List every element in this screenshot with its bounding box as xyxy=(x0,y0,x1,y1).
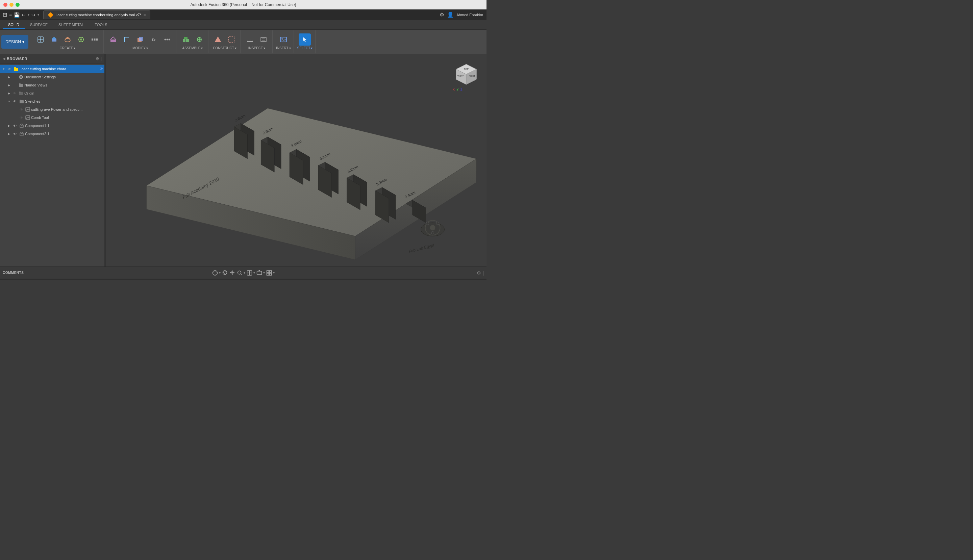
extrude-icon[interactable] xyxy=(48,33,60,46)
fillet-icon[interactable] xyxy=(120,33,133,46)
title-bar: Autodesk Fusion 360 (Personal – Not for … xyxy=(0,0,486,10)
svg-rect-11 xyxy=(110,40,116,42)
tree-item-sketch2[interactable]: 👁 Comb Tool xyxy=(0,113,104,122)
maximize-button[interactable] xyxy=(15,3,20,7)
tree-eye-doc xyxy=(12,74,17,80)
assemble-label[interactable]: ASSEMBLE ▾ xyxy=(182,46,203,50)
close-button[interactable] xyxy=(3,3,7,7)
modify-icons: fx xyxy=(107,33,173,46)
minimize-button[interactable] xyxy=(10,3,13,7)
bottom-settings-icon[interactable]: ⚙ xyxy=(477,270,481,276)
tab-solid[interactable]: SOLID xyxy=(3,21,25,29)
viewport[interactable]: TOP RIGHT FRONT X Y Z xyxy=(106,54,486,267)
redo-icon[interactable]: ↪ xyxy=(32,12,35,18)
profile-icon[interactable]: ⚙ xyxy=(439,12,444,18)
undo-icon[interactable]: ↩ xyxy=(22,12,26,18)
tab-sheet-metal[interactable]: SHEET METAL xyxy=(53,21,89,29)
tree-item-root[interactable]: ▼ 👁 Laser cutting machine chara.... ⟳ xyxy=(0,65,104,73)
svg-point-91 xyxy=(426,222,429,225)
view-options-icon[interactable]: ▾ xyxy=(247,270,255,276)
select-dropdown: ▾ xyxy=(311,46,312,50)
inspect-icons xyxy=(244,33,270,46)
construct-icon2[interactable] xyxy=(225,33,237,46)
active-tab[interactable]: 🔶 Laser cutting machine charhersting ana… xyxy=(43,10,150,19)
tree-eye-comp1[interactable]: 👁 xyxy=(12,123,18,128)
assemble-icon2[interactable] xyxy=(193,33,205,46)
tree-item-named-views[interactable]: ▶ Named Views xyxy=(0,81,104,89)
app-menu-icon[interactable]: ⊞ xyxy=(3,12,7,18)
svg-point-16 xyxy=(169,39,170,40)
save-icon[interactable]: 💾 xyxy=(14,12,20,18)
revolve-icon[interactable] xyxy=(62,33,73,46)
sidebar-header: ◀ BROWSER ⚙ | xyxy=(0,54,104,63)
tree-sketch-icon1 xyxy=(25,107,30,112)
tree-eye-comp2[interactable]: 👁 xyxy=(12,131,18,137)
tree-arrow-sketches[interactable]: ▼ xyxy=(7,99,12,104)
sidebar-collapse-icon[interactable]: ◀ xyxy=(3,57,5,60)
combine-icon[interactable] xyxy=(134,33,146,46)
nav-icon[interactable]: ▾ xyxy=(212,270,220,276)
inspect-icon2[interactable] xyxy=(257,33,270,46)
tab-surface[interactable]: SURFACE xyxy=(25,21,53,29)
inspect-section: INSPECT ▾ xyxy=(241,30,273,53)
tree-arrow-comp2[interactable]: ▶ xyxy=(7,132,12,136)
assemble-icons xyxy=(180,33,205,46)
modify-label[interactable]: MODIFY ▾ xyxy=(132,46,148,50)
tree-item-doc-settings[interactable]: ▶ Document Settings xyxy=(0,73,104,81)
tree-item-comp2[interactable]: ▶ 👁 Component2:1 xyxy=(0,130,104,138)
tree-refresh-root[interactable]: ⟳ xyxy=(100,67,103,71)
select-icon[interactable] xyxy=(299,33,311,46)
insert-image-icon[interactable] xyxy=(277,33,290,46)
fx-icon[interactable]: fx xyxy=(148,33,160,46)
select-label[interactable]: SELECT ▾ xyxy=(297,46,313,50)
insert-icons xyxy=(277,33,290,46)
tree-item-sketches[interactable]: ▼ 👁 Sketches xyxy=(0,97,104,105)
tree-label-s1: cutEngrave Power and specc... xyxy=(31,107,82,112)
measure-icon[interactable] xyxy=(244,33,256,46)
sidebar-pin-icon[interactable]: | xyxy=(101,57,102,61)
user-avatar[interactable]: 👤 xyxy=(447,12,454,18)
tab-close-button[interactable]: ✕ xyxy=(143,13,146,17)
tree-arrow-root[interactable]: ▼ xyxy=(2,67,6,71)
tree-arrow-comp1[interactable]: ▶ xyxy=(7,123,12,128)
assemble-icon1[interactable] xyxy=(180,33,192,46)
orbit-icon[interactable] xyxy=(222,270,228,276)
create-more-icon[interactable] xyxy=(88,33,101,46)
pan-icon[interactable] xyxy=(229,270,235,276)
construct-label[interactable]: CONSTRUCT ▾ xyxy=(213,46,237,50)
tree-eye-named xyxy=(12,82,17,88)
sweep-icon[interactable] xyxy=(75,33,87,46)
sidebar-title: BROWSER xyxy=(7,57,27,61)
undo-dropdown[interactable]: ▾ xyxy=(28,13,29,17)
construct-icon1[interactable] xyxy=(212,33,224,46)
design-button[interactable]: DESIGN ▾ xyxy=(2,35,28,48)
insert-label[interactable]: INSERT ▾ xyxy=(276,46,291,50)
tree-item-origin[interactable]: ▶ 👁 Origin xyxy=(0,89,104,97)
bottom-pin-icon[interactable]: | xyxy=(482,270,484,276)
redo-dropdown[interactable]: ▾ xyxy=(37,13,39,17)
insert-dropdown: ▾ xyxy=(289,46,291,50)
zoom-icon[interactable]: ▾ xyxy=(237,270,245,276)
create-dropdown: ▾ xyxy=(73,46,75,50)
sidebar: ◀ BROWSER ⚙ | ▼ 👁 Laser cutting machine … xyxy=(0,54,105,267)
tree-arrow-origin[interactable]: ▶ xyxy=(7,91,12,96)
svg-point-90 xyxy=(430,225,436,230)
file-icon[interactable]: ≡ xyxy=(9,12,12,18)
press-pull-icon[interactable] xyxy=(107,33,119,46)
tree-arrow-named[interactable]: ▶ xyxy=(7,83,12,87)
tree-item-comp1[interactable]: ▶ 👁 Component1:1 xyxy=(0,122,104,130)
3d-model: Fab Academy 2020 2.8mm 2.9mm 3.0mm 3.1mm… xyxy=(106,54,486,267)
tree-eye-root[interactable]: 👁 xyxy=(7,66,12,72)
tree-eye-sketches[interactable]: 👁 xyxy=(12,98,18,104)
sidebar-settings-icon[interactable]: ⚙ xyxy=(96,57,99,61)
svg-rect-107 xyxy=(270,273,272,275)
tab-tools[interactable]: TOOLS xyxy=(89,21,112,29)
new-component-icon[interactable] xyxy=(35,33,47,46)
inspect-label[interactable]: INSPECT ▾ xyxy=(248,46,265,50)
tree-item-sketch1[interactable]: 👁 cutEngrave Power and specc... xyxy=(0,105,104,113)
tree-arrow-doc[interactable]: ▶ xyxy=(7,75,12,79)
grid-icon[interactable]: ▾ xyxy=(266,270,275,276)
display-options-icon[interactable]: ▾ xyxy=(256,270,265,276)
modify-more-icon[interactable] xyxy=(161,33,173,46)
create-label[interactable]: CREATE ▾ xyxy=(60,46,76,50)
